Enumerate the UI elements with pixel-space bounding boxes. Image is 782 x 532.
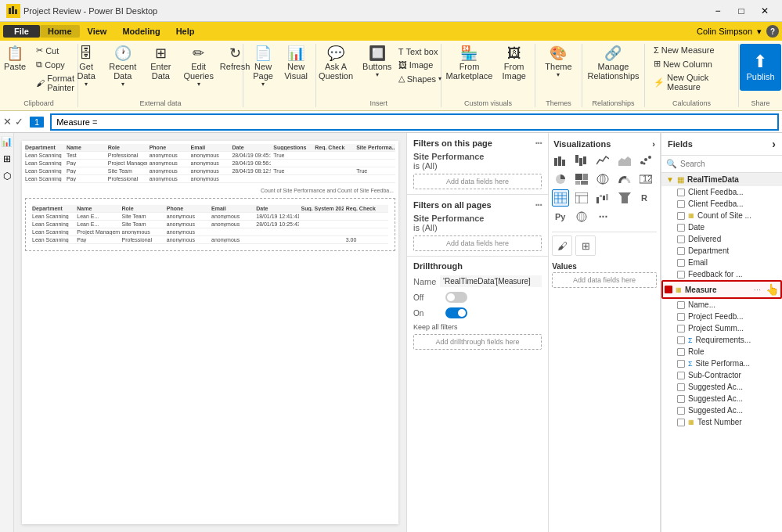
field-feedback-for[interactable]: Feedback for ...: [661, 268, 782, 280]
switch-theme-button[interactable]: 🎨 Theme ▾: [541, 44, 575, 81]
nav-data-icon[interactable]: ⊞: [2, 153, 13, 164]
viz-values-drop-area[interactable]: Add data fields here: [552, 272, 657, 288]
add-drillthrough-button[interactable]: Add drillthrough fields here: [413, 334, 542, 350]
viz-funnel-icon[interactable]: [616, 189, 633, 207]
viz-paint-button[interactable]: 🖌: [552, 235, 572, 256]
ask-question-button[interactable]: 💬 Ask A Question: [312, 44, 359, 83]
field-count-site[interactable]: ▦ Count of Site ...: [661, 210, 782, 221]
filter-page-item[interactable]: Site Performance is (All): [413, 152, 542, 171]
viz-card-icon[interactable]: 123: [637, 171, 654, 188]
field-name[interactable]: Name...: [661, 299, 782, 311]
add-all-pages-filter-button[interactable]: Add data fields here: [413, 235, 542, 251]
field-test-number[interactable]: ▦ Test Number: [661, 416, 782, 428]
drillthrough-on-toggle[interactable]: [445, 307, 467, 318]
viz-globe-icon[interactable]: [573, 208, 590, 225]
help-menu[interactable]: Help: [168, 25, 203, 38]
field-checkbox[interactable]: [677, 325, 685, 332]
field-department[interactable]: Department: [661, 245, 782, 257]
viz-column-chart-icon[interactable]: [573, 152, 590, 169]
field-checkbox[interactable]: [677, 235, 685, 243]
viz-line-chart-icon[interactable]: [594, 152, 611, 169]
get-data-button[interactable]: 🗄 Get Data ▾: [70, 44, 102, 90]
field-checkbox[interactable]: [677, 348, 685, 356]
image-button[interactable]: 🖼 Image: [395, 59, 445, 71]
viz-r-visual-icon[interactable]: R: [637, 189, 654, 207]
field-project-feedb[interactable]: Project Feedb...: [661, 311, 782, 322]
field-checkbox[interactable]: [677, 360, 685, 368]
viz-gauge-icon[interactable]: [616, 171, 633, 188]
fields-search-input[interactable]: [680, 160, 780, 168]
filter-all-pages-item[interactable]: Site Performance is (All): [413, 214, 542, 232]
formula-cancel-button[interactable]: ✕: [3, 116, 12, 128]
maximize-button[interactable]: □: [730, 3, 752, 19]
new-measure-button[interactable]: Σ New Measure: [650, 44, 733, 56]
field-checkbox[interactable]: [677, 395, 685, 403]
field-checkbox[interactable]: [677, 189, 685, 196]
field-suggested-ac-1[interactable]: Suggested Ac...: [661, 381, 782, 393]
new-quick-measure-button[interactable]: ⚡ New Quick Measure: [650, 71, 733, 93]
field-requirements[interactable]: Σ Requirements...: [661, 334, 782, 346]
filters-all-pages-menu-button[interactable]: ···: [535, 200, 542, 210]
field-checkbox[interactable]: [677, 259, 685, 267]
viz-treemap-icon[interactable]: [573, 171, 590, 188]
viz-matrix-icon[interactable]: [573, 189, 590, 207]
viz-scatter-chart-icon[interactable]: [637, 152, 654, 169]
field-checkbox[interactable]: [677, 336, 685, 344]
view-menu[interactable]: View: [80, 25, 115, 38]
field-checkbox[interactable]: [677, 407, 685, 415]
buttons-button[interactable]: 🔲 Buttons ▾: [362, 44, 393, 81]
field-email[interactable]: Email: [661, 257, 782, 268]
field-checkbox[interactable]: [677, 271, 685, 279]
field-checkbox[interactable]: [665, 286, 672, 293]
field-suggested-ac-2[interactable]: Suggested Ac...: [661, 393, 782, 404]
drillthrough-off-toggle[interactable]: [445, 292, 467, 303]
field-checkbox[interactable]: [677, 383, 685, 391]
recent-data-button[interactable]: 🕐 Recent Data ▾: [103, 44, 142, 90]
minimize-button[interactable]: −: [707, 3, 729, 19]
add-page-filter-button[interactable]: Add data fields here: [413, 174, 542, 189]
fields-table-header[interactable]: ▼ ▦ RealTimeData: [661, 173, 782, 186]
filters-page-menu-button[interactable]: ···: [535, 138, 542, 149]
modeling-menu[interactable]: Modeling: [114, 25, 168, 38]
field-project-summ[interactable]: Project Summ...: [661, 322, 782, 334]
field-checkbox[interactable]: [677, 224, 685, 232]
field-checkbox[interactable]: [677, 247, 685, 255]
text-box-button[interactable]: T Text box: [395, 45, 445, 58]
manage-relationships-button[interactable]: 🔗 ManageRelationships: [583, 44, 643, 83]
viz-area-chart-icon[interactable]: [616, 152, 633, 169]
viz-analytics-button[interactable]: ⊞: [575, 235, 596, 256]
close-button[interactable]: ✕: [754, 3, 776, 19]
formula-confirm-button[interactable]: ✓: [15, 116, 23, 128]
field-role[interactable]: Role: [661, 346, 782, 358]
field-checkbox[interactable]: [677, 313, 685, 321]
viz-waterfall-icon[interactable]: [594, 189, 611, 207]
new-page-button[interactable]: 📄 New Page ▾: [247, 44, 279, 90]
viz-more-icon[interactable]: ···: [594, 208, 611, 225]
enter-data-button[interactable]: ⊞ Enter Data: [143, 44, 178, 83]
nav-model-icon[interactable]: ⬡: [2, 171, 13, 182]
field-site-performa[interactable]: Σ Site Performa...: [661, 358, 782, 369]
publish-button[interactable]: ⬆ Publish: [740, 44, 780, 91]
field-client-feedba-1[interactable]: Client Feedba...: [661, 186, 782, 198]
new-visual-button[interactable]: 📊 New Visual: [280, 44, 312, 83]
field-date[interactable]: Date: [661, 221, 782, 233]
field-checkbox[interactable]: [677, 419, 685, 426]
field-suggested-ac-3[interactable]: Suggested Ac...: [661, 404, 782, 416]
viz-map-icon[interactable]: [594, 171, 611, 188]
viz-py-visual-icon[interactable]: Py: [552, 208, 569, 225]
file-menu[interactable]: File: [3, 25, 40, 38]
viz-bar-chart-icon[interactable]: [552, 152, 569, 169]
formula-input[interactable]: [50, 113, 779, 131]
shapes-button[interactable]: △ Shapes ▾: [395, 72, 445, 85]
field-measure[interactable]: ▦ Measure ··· 👆: [661, 280, 782, 299]
field-delivered[interactable]: Delivered: [661, 233, 782, 245]
help-icon[interactable]: ?: [766, 25, 779, 38]
field-client-feedba-2[interactable]: Client Feedba...: [661, 198, 782, 210]
field-more-button[interactable]: ···: [754, 285, 761, 294]
new-column-button[interactable]: ⊞ New Column: [650, 57, 733, 70]
field-checkbox[interactable]: [677, 212, 685, 220]
from-image-button[interactable]: 🖼 From Image: [496, 44, 532, 83]
field-sub-contractor[interactable]: Sub-Contractor: [661, 369, 782, 381]
home-menu[interactable]: Home: [40, 25, 80, 38]
field-checkbox[interactable]: [677, 372, 685, 379]
